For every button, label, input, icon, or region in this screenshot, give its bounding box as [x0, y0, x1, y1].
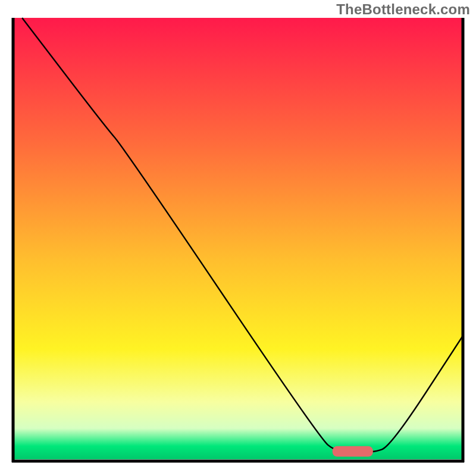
- attribution-label: TheBottleneck.com: [336, 1, 470, 18]
- plot-background: [13, 18, 463, 459]
- bottleneck-chart: [0, 0, 476, 476]
- optimal-range-marker: [333, 446, 373, 457]
- chart-container: TheBottleneck.com: [0, 0, 476, 476]
